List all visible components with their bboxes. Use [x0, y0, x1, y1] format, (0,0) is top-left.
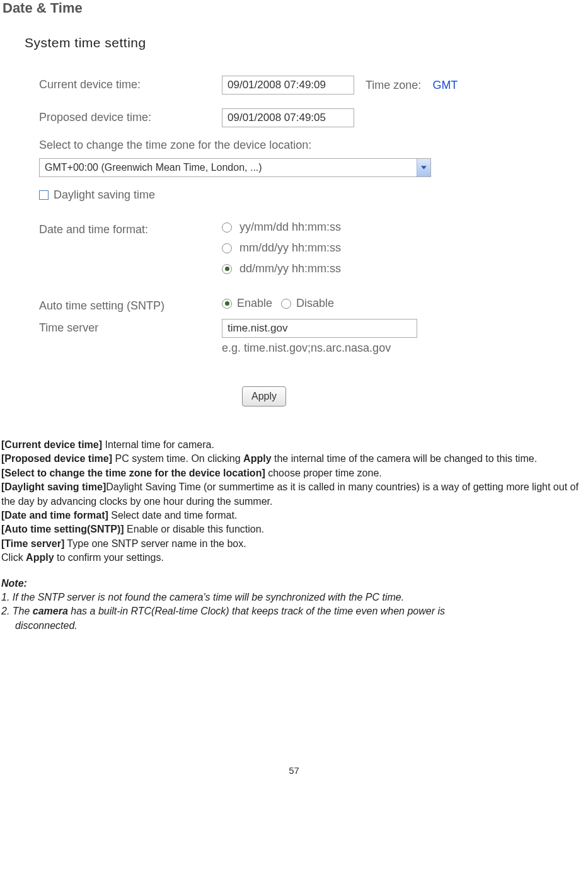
proposed-device-time-input[interactable]: [222, 108, 354, 127]
desc-current-key: [Current device time]: [1, 439, 102, 450]
desc-click-apply-b: Apply: [26, 552, 54, 563]
desc-proposed-key: [Proposed device time]: [1, 453, 112, 464]
desc-proposed-text-a: PC system time. On clicking: [112, 453, 243, 464]
sntp-label: Auto time setting (SNTP): [39, 297, 222, 313]
note-line-1: 1. If the SNTP server is not found the c…: [1, 591, 587, 604]
daylight-saving-label: Daylight saving time: [54, 188, 155, 202]
desc-format-key: [Date and time format]: [1, 510, 108, 521]
desc-proposed-text-b: the internal time of the camera will be …: [272, 453, 538, 464]
apply-button[interactable]: Apply: [242, 386, 286, 406]
timezone-value[interactable]: GMT: [432, 79, 458, 92]
timezone-select-value: GMT+00:00 (Greenwich Mean Time, London, …: [45, 162, 262, 173]
time-server-input[interactable]: [222, 319, 417, 338]
desc-sntp-text: Enable or disable this function.: [124, 524, 264, 534]
note-line-2c: has a built-in RTC(Real-time Clock) that…: [68, 606, 445, 616]
desc-click-apply-a: Click: [1, 552, 26, 563]
current-device-time-input[interactable]: [222, 76, 354, 95]
desc-tz-key: [Select to change the time zone for the …: [1, 468, 265, 478]
panel-heading: System time setting: [25, 35, 549, 50]
proposed-device-time-label: Proposed device time:: [39, 108, 222, 124]
desc-current-text: Internal time for camera.: [102, 439, 214, 450]
note-line-2a: 2. The: [1, 606, 33, 616]
sntp-disable-label: Disable: [296, 297, 334, 310]
note-line-2d: disconnected.: [1, 619, 587, 633]
desc-click-apply-c: to confirm your settings.: [54, 552, 164, 563]
page-title: Date & Time: [3, 0, 587, 16]
sntp-enable-label: Enable: [237, 297, 272, 310]
format-option-0: yy/mm/dd hh:mm:ss: [239, 221, 341, 234]
desc-server-text: Type one SNTP server name in the box.: [64, 538, 246, 549]
page-number: 57: [1, 765, 587, 776]
sntp-enable-radio[interactable]: [222, 299, 232, 309]
sntp-disable-radio[interactable]: [281, 299, 291, 309]
desc-dst-key: [Daylight saving time]: [1, 481, 106, 492]
timezone-select[interactable]: GMT+00:00 (Greenwich Mean Time, London, …: [39, 158, 431, 177]
desc-format-text: Select date and time format.: [108, 510, 238, 521]
note-line-2b: camera: [33, 606, 68, 616]
time-server-example: e.g. time.nist.gov;ns.arc.nasa.gov: [222, 342, 549, 355]
current-device-time-label: Current device time:: [39, 76, 222, 91]
desc-proposed-apply: Apply: [243, 453, 271, 464]
date-time-format-label: Date and time format:: [39, 221, 222, 236]
chevron-down-icon: [417, 159, 430, 176]
select-timezone-label: Select to change the time zone for the d…: [39, 139, 549, 152]
format-option-1: mm/dd/yy hh:mm:ss: [239, 241, 341, 255]
timezone-label: Time zone:: [366, 79, 421, 92]
description-block: [Current device time] Internal time for …: [1, 438, 587, 565]
format-radio-mm-dd-yy[interactable]: [222, 243, 232, 253]
format-option-2: dd/mm/yy hh:mm:ss: [239, 262, 341, 275]
system-time-panel: System time setting Current device time:…: [17, 35, 549, 419]
desc-sntp-key: [Auto time setting(SNTP)]: [1, 524, 124, 534]
format-radio-dd-mm-yy[interactable]: [222, 264, 232, 274]
format-radio-yy-mm-dd[interactable]: [222, 222, 232, 233]
note-heading: Note:: [1, 577, 587, 591]
time-server-label: Time server: [39, 319, 222, 335]
note-block: Note: 1. If the SNTP server is not found…: [1, 577, 587, 633]
desc-tz-text: choose proper time zone.: [265, 468, 382, 478]
desc-server-key: [Time server]: [1, 538, 64, 549]
daylight-saving-checkbox[interactable]: [39, 190, 49, 200]
